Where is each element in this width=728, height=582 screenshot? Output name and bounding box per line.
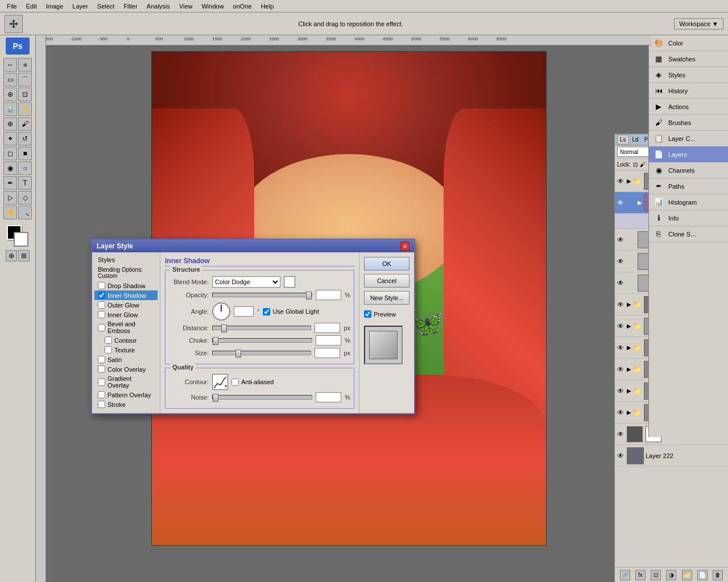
outer-glow-checkbox[interactable] (98, 301, 105, 309)
panel-layers[interactable]: 📄 Layers (649, 147, 728, 163)
styles-item-bevel-emboss[interactable]: Bevel and Emboss (94, 319, 158, 335)
opacity-slider[interactable] (212, 293, 312, 297)
color-overlay-checkbox[interactable] (98, 365, 105, 373)
menu-select[interactable]: Select (93, 2, 119, 11)
bevel-emboss-checkbox[interactable] (98, 324, 105, 331)
menu-view[interactable]: View (175, 2, 197, 11)
eraser-tool[interactable]: ◻ (3, 147, 17, 160)
layer-eye-mouth[interactable]: 👁 (616, 343, 625, 352)
layer-eye-earings[interactable]: 👁 (616, 177, 625, 186)
panel-swatches[interactable]: ▦ Swatches (649, 51, 728, 67)
layer-expand-light-earing[interactable]: ▶ (638, 199, 642, 206)
layer-eye-light-earing-active[interactable]: 👁 (616, 198, 625, 207)
layer-eye-layer222[interactable]: 👁 (616, 451, 625, 460)
dodge-tool[interactable]: ○ (18, 161, 32, 175)
distance-slider-thumb[interactable] (221, 325, 227, 332)
panel-history[interactable]: ⏮ History (649, 83, 728, 99)
layer-delete-button[interactable]: 🗑 (713, 570, 723, 580)
inner-glow-checkbox[interactable] (98, 311, 105, 318)
screen-mode[interactable]: ⊞ (18, 250, 30, 261)
spot-heal-tool[interactable]: ⊕ (3, 117, 17, 131)
size-value-input[interactable]: 20 (315, 348, 340, 358)
styles-item-blending[interactable]: Blending Options: Custom (94, 265, 158, 281)
new-style-button[interactable]: New Style... (364, 291, 410, 305)
menu-image[interactable]: Image (42, 2, 68, 11)
layer-adjustment-button[interactable]: ◑ (666, 570, 676, 580)
choke-slider-thumb[interactable] (213, 337, 218, 345)
layers-tab-ls[interactable]: Ls (617, 135, 629, 144)
panel-channels[interactable]: ◉ Channels (649, 163, 728, 178)
styles-item-color-overlay[interactable]: Color Overlay (94, 364, 158, 374)
pattern-overlay-checkbox[interactable] (98, 391, 105, 398)
styles-item-drop-shadow[interactable]: Drop Shadow (94, 281, 158, 290)
layers-tab-ld[interactable]: Ld (630, 135, 641, 144)
distance-slider[interactable] (212, 326, 311, 330)
contour-checkbox[interactable] (105, 336, 112, 344)
layer-mask-button[interactable]: ⊡ (651, 570, 661, 580)
menu-file[interactable]: File (2, 2, 22, 11)
menu-edit[interactable]: Edit (22, 2, 42, 11)
layer-eye-right-earing[interactable]: 👁 (616, 235, 625, 244)
size-slider[interactable] (212, 351, 311, 355)
styles-item-stroke[interactable]: Stroke (94, 400, 158, 409)
layer-link-button[interactable]: 🔗 (620, 570, 630, 580)
styles-item-styles[interactable]: Styles (94, 255, 158, 265)
ruler-tool[interactable]: 📏 (18, 102, 32, 116)
styles-item-inner-shadow[interactable]: Inner Shadow (94, 290, 158, 300)
text-tool[interactable]: T (18, 176, 32, 190)
choke-value-input[interactable]: 0 (316, 335, 341, 346)
layer-expand-skin[interactable]: ▶ (627, 323, 631, 329)
zoom-tool[interactable]: 🔍 (18, 206, 32, 219)
layer-expand-hair[interactable]: ▶ (627, 301, 631, 307)
lock-transparent-icon[interactable]: ⊡ (633, 161, 638, 168)
noise-value-input[interactable]: 0 (316, 392, 341, 402)
styles-item-texture[interactable]: Texture (94, 345, 158, 355)
panel-styles[interactable]: ◈ Styles (649, 67, 728, 83)
layer-row-layer222[interactable]: 👁 Layer 222 (615, 445, 728, 467)
lock-pixels-icon[interactable]: 🖌 (640, 161, 646, 168)
styles-item-pattern-overlay[interactable]: Pattern Overlay (94, 390, 158, 400)
layer-eye-nose[interactable]: 👁 (616, 386, 625, 396)
layer-expand-nose[interactable]: ▶ (627, 388, 631, 394)
opacity-value-input[interactable]: 100 (316, 290, 341, 300)
panel-clone-source[interactable]: ⎘ Clone S... (649, 226, 728, 242)
preview-checkbox[interactable] (364, 310, 371, 318)
menu-help[interactable]: Help (257, 2, 279, 11)
layer-eye-eyes[interactable]: 👁 (616, 365, 625, 374)
layer-eye-hair[interactable]: 👁 (616, 300, 625, 309)
layer-fx-button[interactable]: fx (635, 570, 646, 580)
menu-filter[interactable]: Filter (119, 2, 142, 11)
contour-preview[interactable]: ▾ (212, 374, 228, 390)
blend-color-swatch[interactable] (284, 276, 295, 288)
drop-shadow-checkbox[interactable] (98, 282, 105, 289)
lasso-tool[interactable]: ⌒ (18, 73, 32, 86)
panel-layer-comps[interactable]: 📋 Layer C... (649, 131, 728, 147)
satin-checkbox[interactable] (98, 356, 105, 363)
blur-tool[interactable]: ◉ (3, 161, 17, 175)
menu-analysis[interactable]: Analysis (142, 2, 175, 11)
dialog-close-button[interactable]: ✕ (400, 242, 410, 251)
workspace-button[interactable]: Workspace ▼ (674, 18, 723, 30)
hand-tool[interactable]: ✋ (3, 206, 17, 219)
choke-slider[interactable] (212, 338, 312, 343)
noise-slider[interactable] (212, 395, 312, 400)
ok-button[interactable]: OK (364, 257, 410, 271)
marquee-tool[interactable]: ▭ (3, 73, 17, 86)
brush-tool[interactable]: 🖌 (18, 117, 32, 131)
layer-expand-earings[interactable]: ▶ (627, 178, 631, 184)
background-color[interactable] (14, 232, 28, 247)
noise-slider-thumb[interactable] (213, 394, 218, 402)
styles-item-outer-glow[interactable]: Outer Glow (94, 300, 158, 310)
blend-mode-dropdown[interactable]: Color Dodge (212, 276, 280, 288)
cancel-button[interactable]: Cancel (364, 274, 410, 288)
menu-onone[interactable]: onOne (229, 2, 257, 11)
quick-select-tool[interactable]: ⊛ (3, 88, 17, 101)
history-brush-tool[interactable]: ↺ (18, 132, 32, 146)
layer-eye-hue-sat[interactable]: 👁 (616, 430, 625, 439)
menu-layer[interactable]: Layer (68, 2, 93, 11)
quick-mask-mode[interactable]: ⊕ (6, 250, 17, 261)
layer-expand-mouth[interactable]: ▶ (627, 344, 631, 351)
layer-expand-face[interactable]: ▶ (627, 409, 631, 415)
artboard-tool[interactable]: ⊞ (18, 58, 32, 72)
panel-info[interactable]: ℹ Info (649, 210, 728, 226)
